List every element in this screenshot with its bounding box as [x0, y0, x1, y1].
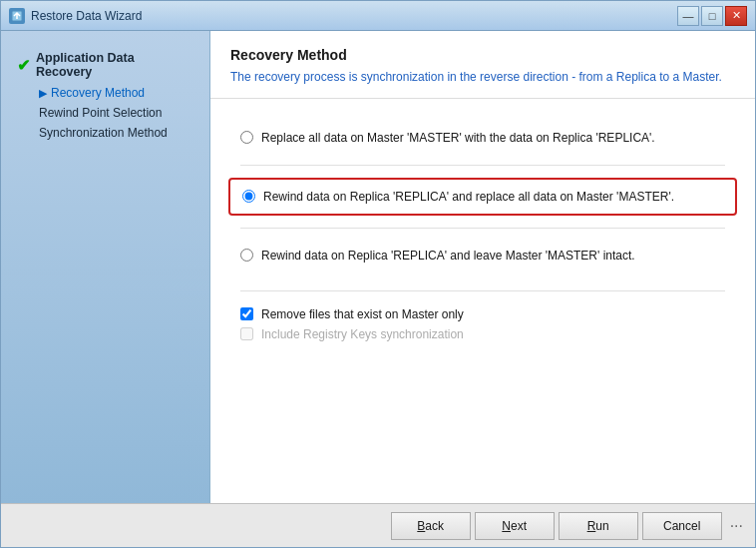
title-bar-left: Restore Data Wizard [9, 8, 142, 24]
selected-option-container: Rewind data on Replica 'REPLICA' and rep… [228, 178, 737, 216]
title-bar: Restore Data Wizard — □ ✕ [1, 1, 755, 31]
label-rewind-leave[interactable]: Rewind data on Replica 'REPLICA' and lea… [261, 249, 635, 263]
back-label: Back [417, 519, 444, 533]
sidebar-sub-label-sync: Synchronization Method [39, 126, 168, 140]
content-area: ✔ Application Data Recovery ▶ Recovery M… [1, 31, 755, 503]
sidebar: ✔ Application Data Recovery ▶ Recovery M… [1, 31, 210, 503]
radio-rewind-replace[interactable] [242, 190, 255, 203]
footer-dots: ··· [726, 517, 747, 535]
window-title: Restore Data Wizard [31, 9, 142, 23]
main-header-title: Recovery Method [230, 47, 735, 63]
title-bar-controls: — □ ✕ [677, 6, 747, 26]
sidebar-item-recovery-method[interactable]: ▶ Recovery Method [35, 83, 197, 103]
option-group: Replace all data on Master 'MASTER' with… [240, 119, 725, 274]
back-button[interactable]: Back [391, 512, 471, 540]
run-button[interactable]: Run [559, 512, 638, 540]
divider-1 [240, 165, 725, 166]
restore-data-wizard-window: Restore Data Wizard — □ ✕ ✔ Application … [0, 0, 756, 548]
option-remove-files[interactable]: Remove files that exist on Master only [240, 307, 725, 321]
cancel-button[interactable]: Cancel [642, 512, 722, 540]
sidebar-sub-label-rewind: Rewind Point Selection [39, 106, 162, 120]
main-header-description: The recovery process is synchronization … [230, 69, 735, 86]
label-rewind-replace[interactable]: Rewind data on Replica 'REPLICA' and rep… [263, 190, 674, 204]
minimize-button[interactable]: — [677, 6, 699, 26]
sidebar-main-label: Application Data Recovery [36, 51, 193, 79]
main-header: Recovery Method The recovery process is … [210, 31, 755, 99]
app-icon [9, 8, 25, 24]
option-include-registry: Include Registry Keys synchronization [240, 327, 725, 341]
main-body: Replace all data on Master 'MASTER' with… [210, 99, 755, 503]
divider-2 [240, 228, 725, 229]
next-label: Next [502, 519, 527, 533]
label-remove-files[interactable]: Remove files that exist on Master only [261, 307, 464, 321]
main-panel: Recovery Method The recovery process is … [210, 31, 755, 503]
run-label: Run [587, 519, 609, 533]
sidebar-section: ✔ Application Data Recovery ▶ Recovery M… [1, 47, 209, 143]
option-rewind-replace[interactable]: Rewind data on Replica 'REPLICA' and rep… [242, 190, 723, 204]
divider-3 [240, 290, 725, 291]
sidebar-item-application-data-recovery: ✔ Application Data Recovery [13, 47, 197, 83]
checkbox-remove-files[interactable] [240, 307, 253, 320]
close-button[interactable]: ✕ [725, 6, 747, 26]
radio-replace-all[interactable] [240, 131, 253, 144]
sidebar-sub-label-recovery: Recovery Method [51, 86, 145, 100]
label-replace-all[interactable]: Replace all data on Master 'MASTER' with… [261, 131, 655, 145]
maximize-button[interactable]: □ [701, 6, 723, 26]
sidebar-item-rewind-point-selection[interactable]: Rewind Point Selection [35, 103, 197, 123]
checkbox-group: Remove files that exist on Master only I… [240, 307, 725, 341]
option-rewind-leave[interactable]: Rewind data on Replica 'REPLICA' and lea… [240, 237, 725, 274]
sidebar-sub-items: ▶ Recovery Method Rewind Point Selection… [13, 83, 197, 143]
arrow-icon: ▶ [39, 87, 47, 100]
sidebar-item-synchronization-method[interactable]: Synchronization Method [35, 123, 197, 143]
check-icon: ✔ [17, 56, 30, 75]
label-include-registry: Include Registry Keys synchronization [261, 327, 464, 341]
footer: Back Next Run Cancel ··· [1, 503, 755, 547]
option-replace-all[interactable]: Replace all data on Master 'MASTER' with… [240, 119, 725, 157]
cancel-label: Cancel [663, 519, 700, 533]
radio-rewind-leave[interactable] [240, 249, 253, 262]
checkbox-include-registry [240, 327, 253, 340]
next-button[interactable]: Next [475, 512, 555, 540]
